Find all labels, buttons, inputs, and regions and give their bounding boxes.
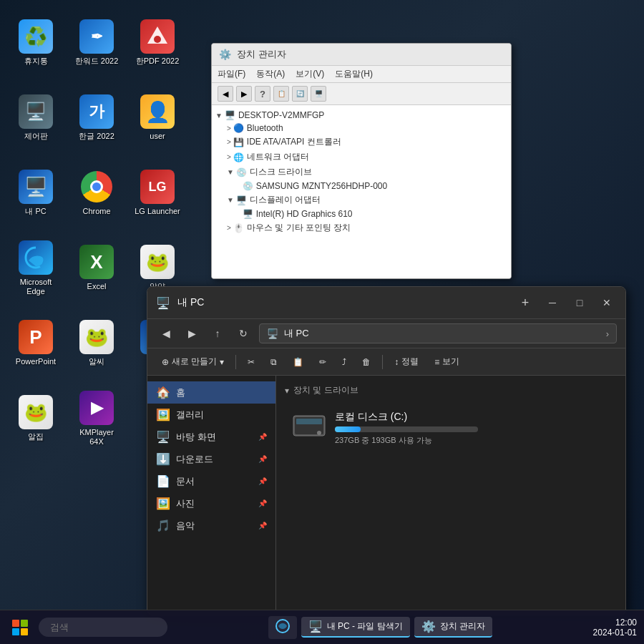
fe-up-btn[interactable]: ↑ <box>208 323 228 343</box>
fe-sidebar-desktop[interactable]: 🖥️ 바탕 화면 📌 <box>147 426 275 448</box>
chrome-icon <box>79 170 114 204</box>
dm-item-bluetooth[interactable]: > 🔵 Bluetooth <box>215 122 507 135</box>
fe-drive-c-bar-fill <box>335 426 361 432</box>
taskbar-app-explorer-label: 내 PC - 파일 탐색기 <box>327 620 403 633</box>
dm-menu-view[interactable]: 보기(V) <box>296 68 324 80</box>
dm-item-intel[interactable]: 🖥️ Intel(R) HD Graphics 610 <box>215 208 507 220</box>
fe-delete-btn[interactable]: 🗑 <box>356 354 376 370</box>
desktop-icon-hanword[interactable]: ✒ 한워드 2022 <box>68 7 125 79</box>
dm-menu-action[interactable]: 동작(A) <box>256 68 285 80</box>
fe-close-btn[interactable]: ✕ <box>597 293 617 313</box>
lg-icon: LG <box>140 170 175 204</box>
fe-forward-btn[interactable]: ▶ <box>182 323 202 343</box>
fe-maximize-btn[interactable]: □ <box>570 293 590 313</box>
fe-sidebar-downloads[interactable]: ⬇️ 다운로드 📌 <box>147 448 275 470</box>
taskbar: 🖥️ 내 PC - 파일 탐색기 ⚙️ 장치 관리자 12:00 2024-01… <box>0 610 644 644</box>
aljip-icon: 🐸 <box>19 395 53 429</box>
fe-sort-label: 정렬 <box>401 356 419 368</box>
dm-item-samsung[interactable]: 💿 SAMSUNG MZNTY256HDHP-000 <box>215 180 507 192</box>
desktop-icon-edge[interactable]: Microsoft Edge <box>7 233 64 304</box>
fe-address-bar[interactable]: 🖥️ 내 PC › <box>259 323 617 343</box>
control-label: 제어판 <box>24 132 48 141</box>
desktop-icon-chrome[interactable]: Chrome <box>68 157 125 229</box>
dm-icon-samsung: 💿 <box>243 181 253 191</box>
fe-new-btn[interactable]: ⊕ 새로 만들기 ▾ <box>156 353 230 371</box>
fe-view-btn[interactable]: ≡ 보기 <box>429 353 465 371</box>
device-manager-content[interactable]: ▼ 🖥️ DESKTOP-V2MMFGP > 🔵 Bluetooth > 💾 I… <box>212 105 511 279</box>
device-manager-menubar: 파일(F) 동작(A) 보기(V) 도움말(H) <box>212 66 511 83</box>
fe-docs-pin: 📌 <box>258 477 267 485</box>
desktop-icon-excel[interactable]: X Excel <box>68 233 125 304</box>
fe-copy-btn[interactable]: ⧉ <box>265 354 283 370</box>
desktop-icon-hanpdf[interactable]: 한PDF 2022 <box>129 7 186 79</box>
fe-refresh-btn[interactable]: ↻ <box>233 323 253 343</box>
dm-btn-help[interactable]: ? <box>255 86 270 102</box>
fe-sidebar-photos[interactable]: 🖼️ 사진 📌 <box>147 492 275 514</box>
dm-expand-intel <box>238 210 240 218</box>
desktop-icon-lg[interactable]: LG LG Launcher <box>129 157 186 229</box>
fe-gallery-icon: 🖼️ <box>156 408 170 421</box>
fe-back-btn[interactable]: ◀ <box>156 323 176 343</box>
dm-btn-prop[interactable]: 📋 <box>273 86 289 102</box>
dm-item-disk[interactable]: ▼ 💿 디스크 드라이브 <box>215 165 507 180</box>
fe-title-icon: 🖥️ <box>156 296 170 310</box>
fe-new-chevron: ▾ <box>220 357 224 367</box>
fe-sidebar-home[interactable]: 🏠 홈 <box>147 381 275 404</box>
dm-label-ide: IDE ATA/ATAPI 컨트롤러 <box>247 136 341 148</box>
user-icon: 👤 <box>140 94 175 129</box>
user-label: user <box>150 132 165 141</box>
fe-sidebar-gallery[interactable]: 🖼️ 갤러리 <box>147 404 275 426</box>
dm-btn-forward[interactable]: ▶ <box>236 86 252 102</box>
file-explorer-titlebar[interactable]: 🖥️ 내 PC + ─ □ ✕ <box>147 287 625 319</box>
mypc-icon: 🖥️ <box>19 170 53 204</box>
fe-rename-btn[interactable]: ✏ <box>313 354 332 370</box>
taskbar-search-input[interactable] <box>39 618 167 637</box>
dm-menu-help[interactable]: 도움말(H) <box>335 68 373 80</box>
dm-btn-update[interactable]: 🔄 <box>292 86 308 102</box>
fe-address-chevron: › <box>606 328 609 339</box>
fe-music-icon: 🎵 <box>156 519 170 532</box>
fe-minimize-btn[interactable]: ─ <box>542 293 562 313</box>
desktop-icon-ppt[interactable]: P PowerPoint <box>7 308 64 379</box>
fe-sidebar-docs[interactable]: 📄 문서 📌 <box>147 470 275 492</box>
device-manager-titlebar[interactable]: ⚙️ 장치 관리자 <box>212 44 511 66</box>
fe-share-btn[interactable]: ⤴ <box>336 354 352 370</box>
windows-logo <box>12 620 28 635</box>
file-explorer-body: 🏠 홈 🖼️ 갤러리 🖥️ 바탕 화면 📌 ⬇️ 다운로드 📌 <box>147 376 625 610</box>
dm-item-computer[interactable]: ▼ 🖥️ DESKTOP-V2MMFGP <box>215 109 507 122</box>
fe-cut-btn[interactable]: ✂ <box>242 354 260 370</box>
desktop-icon-alssi[interactable]: 🐸 알씨 <box>68 308 125 379</box>
device-manager-window: ⚙️ 장치 관리자 파일(F) 동작(A) 보기(V) 도움말(H) ◀ ▶ ?… <box>211 43 512 279</box>
taskbar-apps: 🖥️ 내 PC - 파일 탐색기 ⚙️ 장치 관리자 <box>173 616 587 639</box>
desktop-icon-user[interactable]: 👤 user <box>129 82 186 154</box>
file-explorer-sidebar: 🏠 홈 🖼️ 갤러리 🖥️ 바탕 화면 📌 ⬇️ 다운로드 📌 <box>147 376 276 610</box>
desktop-icon-control[interactable]: 🖥️ 제어판 <box>7 82 64 154</box>
taskbar-start-btn[interactable] <box>7 615 33 640</box>
taskbar-app-devmgr[interactable]: ⚙️ 장치 관리자 <box>414 617 492 638</box>
desktop-icon-recycle[interactable]: ♻️ 휴지통 <box>7 7 64 79</box>
dm-label-mouse: 마우스 및 기타 포인팅 장치 <box>247 222 351 234</box>
taskbar-windows-icon[interactable] <box>268 616 297 639</box>
fe-paste-btn[interactable]: 📋 <box>287 354 309 370</box>
fe-sidebar-music[interactable]: 🎵 음악 📌 <box>147 514 275 537</box>
desktop-icon-hangul[interactable]: 가 한글 2022 <box>68 82 125 154</box>
desktop-icon-km[interactable]: ▶ KMPlayer 64X <box>68 383 125 454</box>
dm-item-display[interactable]: ▼ 🖥️ 디스플레이 어댑터 <box>215 192 507 208</box>
dm-item-mouse[interactable]: > 🖱️ 마우스 및 기타 포인팅 장치 <box>215 220 507 235</box>
dm-item-ide[interactable]: > 💾 IDE ATA/ATAPI 컨트롤러 <box>215 135 507 150</box>
fe-drive-c-size: 237GB 중 193GB 사용 가능 <box>335 435 610 446</box>
taskbar-app-explorer[interactable]: 🖥️ 내 PC - 파일 탐색기 <box>301 617 410 638</box>
fe-sort-btn[interactable]: ↕ 정렬 <box>389 353 424 371</box>
dm-menu-file[interactable]: 파일(F) <box>218 68 245 80</box>
desktop-icon-aljip[interactable]: 🐸 알집 <box>7 383 64 454</box>
dm-btn-back[interactable]: ◀ <box>218 86 233 102</box>
dm-item-network[interactable]: > 🌐 네트워크 어댑터 <box>215 150 507 165</box>
file-explorer-window: 🖥️ 내 PC + ─ □ ✕ ◀ ▶ ↑ ↻ 🖥️ 내 PC › ⊕ 새로 만… <box>147 286 626 615</box>
dm-expand-ide: > <box>227 138 231 146</box>
file-explorer-navbar: ◀ ▶ ↑ ↻ 🖥️ 내 PC › <box>147 319 625 348</box>
desktop-icon-mypc[interactable]: 🖥️ 내 PC <box>7 157 64 229</box>
win-logo-sq-4 <box>21 628 28 635</box>
dm-btn-monitor[interactable]: 🖥️ <box>311 86 326 102</box>
fe-drive-c[interactable]: 로컬 디스크 (C:) 237GB 중 193GB 사용 가능 <box>285 404 617 453</box>
fe-add-tab-btn[interactable]: + <box>515 293 535 313</box>
